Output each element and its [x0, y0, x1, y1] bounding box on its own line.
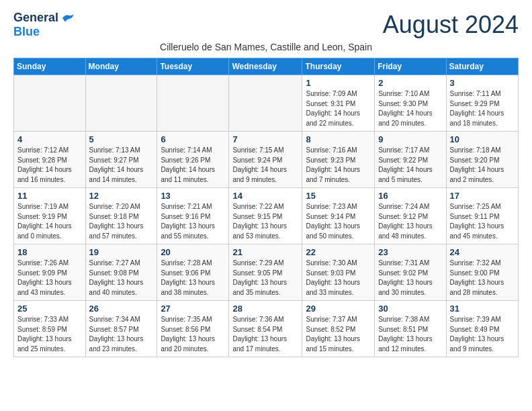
calendar-cell: 17Sunrise: 7:25 AM Sunset: 9:11 PM Dayli…	[446, 188, 518, 244]
day-info: Sunrise: 7:32 AM Sunset: 9:00 PM Dayligh…	[450, 259, 515, 298]
day-info: Sunrise: 7:11 AM Sunset: 9:29 PM Dayligh…	[450, 89, 515, 128]
day-number: 4	[17, 134, 82, 144]
day-info: Sunrise: 7:21 AM Sunset: 9:16 PM Dayligh…	[161, 202, 225, 241]
calendar-cell	[229, 75, 302, 132]
day-info: Sunrise: 7:20 AM Sunset: 9:18 PM Dayligh…	[89, 202, 154, 241]
day-number: 25	[17, 304, 82, 314]
day-info: Sunrise: 7:17 AM Sunset: 9:22 PM Dayligh…	[378, 146, 442, 185]
day-number: 31	[450, 304, 515, 314]
weekday-header-monday: Monday	[85, 58, 157, 75]
day-number: 7	[232, 134, 298, 144]
day-number: 16	[378, 191, 442, 201]
day-number: 19	[89, 247, 154, 257]
day-info: Sunrise: 7:09 AM Sunset: 9:31 PM Dayligh…	[306, 89, 371, 128]
calendar-cell: 4Sunrise: 7:12 AM Sunset: 9:28 PM Daylig…	[14, 132, 86, 188]
day-info: Sunrise: 7:29 AM Sunset: 9:05 PM Dayligh…	[232, 259, 298, 298]
day-number: 28	[232, 304, 298, 314]
calendar-cell: 16Sunrise: 7:24 AM Sunset: 9:12 PM Dayli…	[375, 188, 446, 244]
day-info: Sunrise: 7:25 AM Sunset: 9:11 PM Dayligh…	[450, 202, 515, 241]
weekday-header-tuesday: Tuesday	[157, 58, 229, 75]
calendar-cell: 11Sunrise: 7:19 AM Sunset: 9:19 PM Dayli…	[14, 188, 86, 244]
day-number: 12	[89, 191, 154, 201]
calendar-cell: 15Sunrise: 7:23 AM Sunset: 9:14 PM Dayli…	[302, 188, 375, 244]
day-info: Sunrise: 7:34 AM Sunset: 8:57 PM Dayligh…	[89, 315, 154, 354]
calendar-cell: 18Sunrise: 7:26 AM Sunset: 9:09 PM Dayli…	[14, 244, 86, 301]
calendar: SundayMondayTuesdayWednesdayThursdayFrid…	[13, 58, 519, 357]
day-number: 22	[306, 247, 371, 257]
calendar-cell	[14, 75, 86, 132]
day-number: 29	[306, 304, 371, 314]
day-info: Sunrise: 7:39 AM Sunset: 8:49 PM Dayligh…	[450, 315, 515, 354]
calendar-cell: 13Sunrise: 7:21 AM Sunset: 9:16 PM Dayli…	[157, 188, 229, 244]
calendar-cell: 29Sunrise: 7:37 AM Sunset: 8:52 PM Dayli…	[302, 301, 375, 357]
calendar-cell: 21Sunrise: 7:29 AM Sunset: 9:05 PM Dayli…	[229, 244, 302, 301]
day-info: Sunrise: 7:26 AM Sunset: 9:09 PM Dayligh…	[17, 259, 82, 298]
day-info: Sunrise: 7:31 AM Sunset: 9:02 PM Dayligh…	[378, 259, 442, 298]
day-number: 9	[378, 134, 442, 144]
page: General Blue August 2024 Cilleruelo de S…	[0, 0, 532, 368]
day-number: 2	[378, 78, 442, 88]
location: Cilleruelo de San Mames, Castille and Le…	[13, 42, 519, 52]
calendar-cell: 2Sunrise: 7:10 AM Sunset: 9:30 PM Daylig…	[375, 75, 446, 132]
calendar-cell: 3Sunrise: 7:11 AM Sunset: 9:29 PM Daylig…	[446, 75, 518, 132]
weekday-header-wednesday: Wednesday	[229, 58, 302, 75]
day-number: 23	[378, 247, 442, 257]
day-number: 3	[450, 78, 515, 88]
day-number: 30	[378, 304, 442, 314]
calendar-cell: 28Sunrise: 7:36 AM Sunset: 8:54 PM Dayli…	[229, 301, 302, 357]
weekday-header-thursday: Thursday	[302, 58, 375, 75]
day-number: 6	[161, 134, 225, 144]
calendar-cell: 12Sunrise: 7:20 AM Sunset: 9:18 PM Dayli…	[85, 188, 157, 244]
day-info: Sunrise: 7:22 AM Sunset: 9:15 PM Dayligh…	[232, 202, 298, 241]
day-number: 13	[161, 191, 225, 201]
calendar-cell: 27Sunrise: 7:35 AM Sunset: 8:56 PM Dayli…	[157, 301, 229, 357]
day-info: Sunrise: 7:15 AM Sunset: 9:24 PM Dayligh…	[232, 146, 298, 185]
calendar-cell: 14Sunrise: 7:22 AM Sunset: 9:15 PM Dayli…	[229, 188, 302, 244]
calendar-week-2: 11Sunrise: 7:19 AM Sunset: 9:19 PM Dayli…	[14, 188, 519, 244]
day-number: 11	[17, 191, 82, 201]
header: General Blue August 2024	[13, 11, 519, 39]
calendar-cell: 19Sunrise: 7:27 AM Sunset: 9:08 PM Dayli…	[85, 244, 157, 301]
day-info: Sunrise: 7:10 AM Sunset: 9:30 PM Dayligh…	[378, 89, 442, 128]
calendar-cell: 20Sunrise: 7:28 AM Sunset: 9:06 PM Dayli…	[157, 244, 229, 301]
month-title: August 2024	[383, 11, 519, 39]
day-info: Sunrise: 7:18 AM Sunset: 9:20 PM Dayligh…	[450, 146, 515, 185]
calendar-cell	[157, 75, 229, 132]
day-number: 17	[450, 191, 515, 201]
day-number: 14	[232, 191, 298, 201]
calendar-cell: 7Sunrise: 7:15 AM Sunset: 9:24 PM Daylig…	[229, 132, 302, 188]
calendar-cell: 1Sunrise: 7:09 AM Sunset: 9:31 PM Daylig…	[302, 75, 375, 132]
day-number: 8	[306, 134, 371, 144]
day-info: Sunrise: 7:24 AM Sunset: 9:12 PM Dayligh…	[378, 202, 442, 241]
logo-bird-icon	[60, 13, 75, 24]
day-info: Sunrise: 7:38 AM Sunset: 8:51 PM Dayligh…	[378, 315, 442, 354]
day-number: 18	[17, 247, 82, 257]
day-info: Sunrise: 7:35 AM Sunset: 8:56 PM Dayligh…	[161, 315, 225, 354]
logo-blue: Blue	[13, 25, 40, 38]
day-info: Sunrise: 7:36 AM Sunset: 8:54 PM Dayligh…	[232, 315, 298, 354]
calendar-cell: 9Sunrise: 7:17 AM Sunset: 9:22 PM Daylig…	[375, 132, 446, 188]
day-info: Sunrise: 7:28 AM Sunset: 9:06 PM Dayligh…	[161, 259, 225, 298]
day-number: 26	[89, 304, 154, 314]
day-info: Sunrise: 7:13 AM Sunset: 9:27 PM Dayligh…	[89, 146, 154, 185]
calendar-week-1: 4Sunrise: 7:12 AM Sunset: 9:28 PM Daylig…	[14, 132, 519, 188]
day-info: Sunrise: 7:16 AM Sunset: 9:23 PM Dayligh…	[306, 146, 371, 185]
calendar-week-3: 18Sunrise: 7:26 AM Sunset: 9:09 PM Dayli…	[14, 244, 519, 301]
weekday-header-friday: Friday	[375, 58, 446, 75]
day-info: Sunrise: 7:14 AM Sunset: 9:26 PM Dayligh…	[161, 146, 225, 185]
calendar-cell: 24Sunrise: 7:32 AM Sunset: 9:00 PM Dayli…	[446, 244, 518, 301]
day-number: 27	[161, 304, 225, 314]
calendar-cell: 22Sunrise: 7:30 AM Sunset: 9:03 PM Dayli…	[302, 244, 375, 301]
day-number: 1	[306, 78, 371, 88]
calendar-week-4: 25Sunrise: 7:33 AM Sunset: 8:59 PM Dayli…	[14, 301, 519, 357]
weekday-header-sunday: Sunday	[14, 58, 86, 75]
calendar-cell: 31Sunrise: 7:39 AM Sunset: 8:49 PM Dayli…	[446, 301, 518, 357]
day-info: Sunrise: 7:12 AM Sunset: 9:28 PM Dayligh…	[17, 146, 82, 185]
calendar-cell: 8Sunrise: 7:16 AM Sunset: 9:23 PM Daylig…	[302, 132, 375, 188]
calendar-cell: 23Sunrise: 7:31 AM Sunset: 9:02 PM Dayli…	[375, 244, 446, 301]
day-info: Sunrise: 7:27 AM Sunset: 9:08 PM Dayligh…	[89, 259, 154, 298]
calendar-cell: 25Sunrise: 7:33 AM Sunset: 8:59 PM Dayli…	[14, 301, 86, 357]
calendar-cell: 30Sunrise: 7:38 AM Sunset: 8:51 PM Dayli…	[375, 301, 446, 357]
title-block: August 2024	[383, 11, 519, 39]
day-info: Sunrise: 7:33 AM Sunset: 8:59 PM Dayligh…	[17, 315, 82, 354]
